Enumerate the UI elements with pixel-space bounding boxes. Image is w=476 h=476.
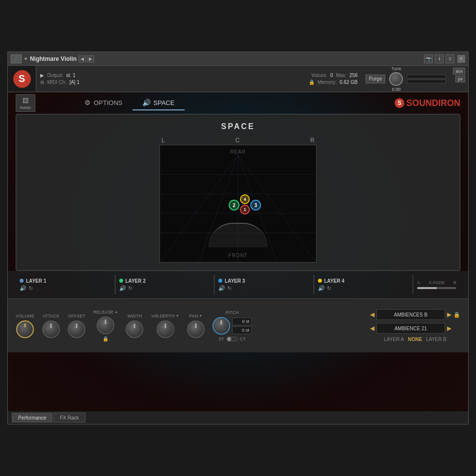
- layer-a-label: LAYER A: [384, 337, 404, 342]
- pan-knob[interactable]: [187, 320, 205, 338]
- lock-icon: 🔒: [309, 79, 315, 85]
- space-icon: 🔊: [142, 99, 151, 106]
- pan-group: PAN ▼: [187, 314, 205, 338]
- layer-2-loop-icon[interactable]: ↻: [128, 285, 132, 291]
- prev-arrow[interactable]: ◀: [79, 55, 86, 62]
- logo-s: S: [13, 70, 31, 88]
- purge-button[interactable]: Purge: [366, 75, 386, 83]
- release-knob[interactable]: [97, 317, 114, 334]
- layer-1-loop-icon[interactable]: ↻: [28, 285, 33, 291]
- vib-arrow[interactable]: ▼: [176, 314, 179, 317]
- attack-group: ATTACK: [42, 314, 60, 338]
- space-tab[interactable]: 🔊 SPACE: [132, 96, 185, 110]
- kontakt-header: S ▶ Output: st. 1 Voices: 0 Max: 256 ⊙ M…: [8, 66, 468, 92]
- instrument-name: Nightmare Violin: [30, 55, 77, 62]
- pitch-oct-display[interactable]: 0 ot: [232, 326, 252, 334]
- layer-4-vol-icon[interactable]: 🔊: [318, 285, 325, 291]
- amb-bottom-prev[interactable]: ◀: [370, 325, 374, 332]
- space-grid[interactable]: REAR FRONT 2 4 1 3: [159, 145, 317, 263]
- close-button[interactable]: ×: [457, 55, 465, 63]
- layer-4-item: LAYER 4 🔊 ↻: [314, 276, 413, 293]
- memory-value: 0.62 GB: [340, 79, 358, 85]
- layer-4-loop-icon[interactable]: ↻: [327, 285, 331, 291]
- performance-tab[interactable]: Performance: [12, 413, 53, 423]
- tune-value: 0.00: [392, 87, 401, 92]
- max-label: Max:: [336, 73, 346, 78]
- mic-1[interactable]: 1: [240, 205, 250, 214]
- layer-2-item: LAYER 2 🔊 ↻: [115, 276, 214, 293]
- layer-2-vol-icon[interactable]: 🔊: [119, 285, 126, 291]
- label-rear: REAR: [230, 149, 246, 155]
- ambience-row-bottom: ◀ AMBIENCE 21 ▶: [370, 323, 460, 334]
- mic-2[interactable]: 2: [229, 200, 239, 211]
- vib-depth-knob[interactable]: [157, 320, 174, 338]
- ambience-lock[interactable]: 🔒: [453, 312, 460, 318]
- pitch-st-display[interactable]: 0 st: [232, 317, 252, 325]
- ambience-bottom-name[interactable]: AMBIENCE 21: [376, 323, 445, 334]
- tune-knob[interactable]: [389, 72, 403, 86]
- ambience-row-top: ◀ AMBIENCES B ▶ 🔒: [370, 309, 460, 320]
- ct-label: CT: [240, 337, 246, 342]
- tune-label: Tune: [391, 66, 401, 71]
- rand-icon: ⚄: [23, 97, 28, 105]
- space-panel: SPACE L C R: [16, 114, 460, 271]
- layer-3-dot: [218, 279, 222, 283]
- midi-label: MIDI Ch:: [47, 79, 66, 85]
- xfade-section: A X-FADE B: [413, 280, 460, 289]
- mic-4[interactable]: 4: [240, 194, 250, 204]
- attack-knob[interactable]: [42, 320, 60, 338]
- volume-label: VOLUME: [16, 314, 34, 318]
- layer-1-vol-icon[interactable]: 🔊: [20, 285, 26, 291]
- dropdown-arrow[interactable]: ▼: [24, 56, 28, 61]
- pan-arrow[interactable]: ▼: [199, 314, 202, 317]
- pitch-knob[interactable]: [212, 317, 230, 335]
- next-arrow[interactable]: ▶: [87, 55, 94, 62]
- rand-button[interactable]: ⚄ RAND: [16, 94, 35, 112]
- tune-section: Tune 0.00: [389, 66, 403, 92]
- options-tab[interactable]: ⚙ OPTIONS: [75, 96, 132, 110]
- fx-rack-tab[interactable]: FX Rack: [53, 413, 85, 423]
- amb-bottom-next[interactable]: ▶: [447, 325, 451, 332]
- settings-icon[interactable]: S: [446, 54, 454, 63]
- layer-3-loop-icon[interactable]: ↻: [227, 285, 232, 291]
- info-icon[interactable]: ℹ: [435, 54, 444, 63]
- top-bar-left: 🎵 ▼ Nightmare Violin ◀ ▶: [11, 54, 421, 63]
- camera-icon[interactable]: 📷: [424, 54, 433, 63]
- mic-stack: 4 1: [240, 194, 250, 214]
- output-row: ▶ Output: st. 1 Voices: 0 Max: 256: [40, 73, 358, 78]
- logo-s-icon: S: [395, 98, 404, 108]
- offset-group: OFFSET: [68, 314, 85, 338]
- memory-label: Memory:: [317, 79, 337, 85]
- kh-far-right: aux pv: [450, 66, 468, 92]
- amb-top-prev[interactable]: ◀: [370, 311, 374, 318]
- layer-2-icons: 🔊 ↻: [119, 285, 211, 291]
- pan-label: PAN: [189, 314, 198, 318]
- space-title: SPACE: [24, 122, 452, 131]
- layer-2-header: LAYER 2: [119, 278, 211, 284]
- ambience-top-name[interactable]: AMBIENCES B: [376, 309, 445, 320]
- volume-group: VOLUME: [16, 314, 34, 338]
- vib-label-group: VIB.DEPTH ▼: [151, 314, 179, 318]
- layer-ab-row: LAYER A NONE LAYER B: [370, 337, 460, 342]
- layer-3-vol-icon[interactable]: 🔊: [218, 285, 225, 291]
- aux-button[interactable]: aux: [453, 68, 465, 75]
- attack-label: ATTACK: [43, 314, 59, 318]
- volume-knob[interactable]: [16, 320, 34, 338]
- mic-3[interactable]: 3: [250, 200, 261, 211]
- space-label: SPACE: [154, 99, 175, 106]
- top-bar: 🎵 ▼ Nightmare Violin ◀ ▶ 📷 ℹ S ×: [8, 52, 468, 66]
- label-front: FRONT: [228, 253, 247, 258]
- pv-button[interactable]: pv: [455, 76, 465, 82]
- release-label-group: RELEASE ▼: [93, 310, 118, 315]
- release-arrow[interactable]: ▼: [115, 311, 118, 314]
- label-l: L: [161, 137, 165, 144]
- xfade-slider[interactable]: [417, 287, 456, 289]
- vib-depth-group: VIB.DEPTH ▼: [151, 314, 179, 338]
- offset-knob[interactable]: [68, 320, 85, 338]
- amb-top-next[interactable]: ▶: [447, 311, 451, 318]
- st-ct-toggle[interactable]: [226, 337, 238, 342]
- space-grid-labels: L C R: [159, 137, 317, 144]
- label-r: R: [310, 137, 315, 144]
- release-lock[interactable]: 🔒: [103, 336, 108, 342]
- width-knob[interactable]: [126, 320, 143, 338]
